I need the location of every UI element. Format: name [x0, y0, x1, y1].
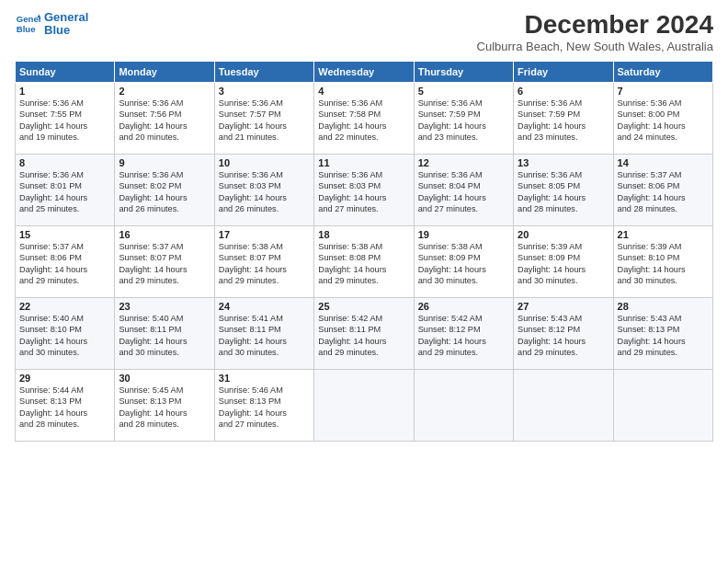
day-number: 23: [119, 301, 210, 312]
day-number: 30: [119, 373, 210, 384]
day-cell: 28Sunrise: 5:43 AM Sunset: 8:13 PM Dayli…: [613, 297, 712, 369]
main-title: December 2024: [477, 11, 713, 40]
day-info: Sunrise: 5:36 AM Sunset: 7:58 PM Dayligh…: [318, 98, 409, 144]
day-cell: 8Sunrise: 5:36 AM Sunset: 8:01 PM Daylig…: [16, 154, 115, 225]
day-cell: 30Sunrise: 5:45 AM Sunset: 8:13 PM Dayli…: [115, 369, 214, 441]
day-info: Sunrise: 5:42 AM Sunset: 8:12 PM Dayligh…: [418, 313, 509, 359]
day-info: Sunrise: 5:36 AM Sunset: 8:01 PM Dayligh…: [19, 169, 110, 215]
day-cell: 19Sunrise: 5:38 AM Sunset: 8:09 PM Dayli…: [414, 225, 513, 297]
day-cell: 23Sunrise: 5:40 AM Sunset: 8:11 PM Dayli…: [115, 297, 214, 369]
day-cell: 6Sunrise: 5:36 AM Sunset: 7:59 PM Daylig…: [514, 82, 613, 154]
day-cell: 29Sunrise: 5:44 AM Sunset: 8:13 PM Dayli…: [16, 369, 115, 441]
svg-text:Blue: Blue: [17, 24, 36, 34]
day-number: 15: [19, 229, 110, 240]
day-cell: 20Sunrise: 5:39 AM Sunset: 8:09 PM Dayli…: [514, 225, 613, 297]
week-row-4: 22Sunrise: 5:40 AM Sunset: 8:10 PM Dayli…: [16, 297, 713, 369]
day-number: 16: [119, 229, 210, 240]
day-number: 11: [318, 157, 409, 168]
day-number: 4: [318, 86, 409, 97]
day-info: Sunrise: 5:36 AM Sunset: 8:03 PM Dayligh…: [219, 169, 310, 215]
day-info: Sunrise: 5:36 AM Sunset: 8:03 PM Dayligh…: [318, 169, 409, 215]
day-number: 27: [518, 301, 609, 312]
day-cell: 9Sunrise: 5:36 AM Sunset: 8:02 PM Daylig…: [115, 154, 214, 225]
day-info: Sunrise: 5:43 AM Sunset: 8:12 PM Dayligh…: [518, 313, 609, 359]
logo-icon: General Blue: [15, 11, 40, 37]
day-info: Sunrise: 5:39 AM Sunset: 8:10 PM Dayligh…: [618, 241, 709, 287]
day-cell: [414, 369, 513, 441]
day-cell: 5Sunrise: 5:36 AM Sunset: 7:59 PM Daylig…: [414, 82, 513, 154]
day-cell: 27Sunrise: 5:43 AM Sunset: 8:12 PM Dayli…: [514, 297, 613, 369]
day-cell: 17Sunrise: 5:38 AM Sunset: 8:07 PM Dayli…: [214, 225, 313, 297]
day-number: 25: [318, 301, 409, 312]
day-cell: 3Sunrise: 5:36 AM Sunset: 7:57 PM Daylig…: [214, 82, 313, 154]
day-cell: 22Sunrise: 5:40 AM Sunset: 8:10 PM Dayli…: [16, 297, 115, 369]
day-cell: 12Sunrise: 5:36 AM Sunset: 8:04 PM Dayli…: [414, 154, 513, 225]
day-cell: 1Sunrise: 5:36 AM Sunset: 7:55 PM Daylig…: [16, 82, 115, 154]
day-number: 31: [219, 373, 310, 384]
title-block: December 2024 Culburra Beach, New South …: [477, 11, 713, 53]
week-row-5: 29Sunrise: 5:44 AM Sunset: 8:13 PM Dayli…: [16, 369, 713, 441]
col-header-wednesday: Wednesday: [314, 61, 414, 82]
calendar-header: SundayMondayTuesdayWednesdayThursdayFrid…: [16, 61, 713, 82]
day-info: Sunrise: 5:40 AM Sunset: 8:11 PM Dayligh…: [119, 313, 210, 359]
col-header-thursday: Thursday: [414, 61, 513, 82]
day-cell: 15Sunrise: 5:37 AM Sunset: 8:06 PM Dayli…: [16, 225, 115, 297]
week-row-1: 1Sunrise: 5:36 AM Sunset: 7:55 PM Daylig…: [16, 82, 713, 154]
day-info: Sunrise: 5:44 AM Sunset: 8:13 PM Dayligh…: [19, 385, 110, 431]
day-info: Sunrise: 5:36 AM Sunset: 7:56 PM Dayligh…: [119, 98, 210, 144]
day-cell: 24Sunrise: 5:41 AM Sunset: 8:11 PM Dayli…: [214, 297, 313, 369]
day-cell: 11Sunrise: 5:36 AM Sunset: 8:03 PM Dayli…: [314, 154, 414, 225]
day-info: Sunrise: 5:43 AM Sunset: 8:13 PM Dayligh…: [618, 313, 709, 359]
day-number: 6: [518, 86, 609, 97]
day-number: 12: [418, 157, 509, 168]
day-number: 1: [19, 86, 110, 97]
day-cell: 13Sunrise: 5:36 AM Sunset: 8:05 PM Dayli…: [514, 154, 613, 225]
logo-line2: Blue: [44, 24, 88, 37]
col-header-sunday: Sunday: [16, 61, 115, 82]
day-number: 3: [219, 86, 310, 97]
col-header-friday: Friday: [514, 61, 613, 82]
page: General Blue General Blue December 2024 …: [0, 0, 728, 563]
day-info: Sunrise: 5:37 AM Sunset: 8:07 PM Dayligh…: [119, 241, 210, 287]
col-header-monday: Monday: [115, 61, 214, 82]
day-number: 8: [19, 157, 110, 168]
day-number: 13: [518, 157, 609, 168]
day-info: Sunrise: 5:38 AM Sunset: 8:08 PM Dayligh…: [318, 241, 409, 287]
day-number: 10: [219, 157, 310, 168]
day-cell: 2Sunrise: 5:36 AM Sunset: 7:56 PM Daylig…: [115, 82, 214, 154]
week-row-3: 15Sunrise: 5:37 AM Sunset: 8:06 PM Dayli…: [16, 225, 713, 297]
header-row: SundayMondayTuesdayWednesdayThursdayFrid…: [16, 61, 713, 82]
day-number: 14: [618, 157, 709, 168]
subtitle: Culburra Beach, New South Wales, Austral…: [477, 40, 713, 53]
week-row-2: 8Sunrise: 5:36 AM Sunset: 8:01 PM Daylig…: [16, 154, 713, 225]
svg-text:General: General: [17, 15, 40, 25]
day-info: Sunrise: 5:36 AM Sunset: 7:59 PM Dayligh…: [518, 98, 609, 144]
calendar-body: 1Sunrise: 5:36 AM Sunset: 7:55 PM Daylig…: [16, 82, 713, 441]
day-number: 26: [418, 301, 509, 312]
day-number: 20: [518, 229, 609, 240]
day-info: Sunrise: 5:36 AM Sunset: 7:55 PM Dayligh…: [19, 98, 110, 144]
day-cell: 14Sunrise: 5:37 AM Sunset: 8:06 PM Dayli…: [613, 154, 712, 225]
day-cell: 7Sunrise: 5:36 AM Sunset: 8:00 PM Daylig…: [613, 82, 712, 154]
day-cell: 10Sunrise: 5:36 AM Sunset: 8:03 PM Dayli…: [214, 154, 313, 225]
day-info: Sunrise: 5:36 AM Sunset: 8:00 PM Dayligh…: [618, 98, 709, 144]
day-info: Sunrise: 5:41 AM Sunset: 8:11 PM Dayligh…: [219, 313, 310, 359]
day-info: Sunrise: 5:36 AM Sunset: 7:57 PM Dayligh…: [219, 98, 310, 144]
day-info: Sunrise: 5:37 AM Sunset: 8:06 PM Dayligh…: [19, 241, 110, 287]
day-cell: [613, 369, 712, 441]
day-cell: 18Sunrise: 5:38 AM Sunset: 8:08 PM Dayli…: [314, 225, 414, 297]
day-number: 22: [19, 301, 110, 312]
day-info: Sunrise: 5:42 AM Sunset: 8:11 PM Dayligh…: [318, 313, 409, 359]
calendar-table: SundayMondayTuesdayWednesdayThursdayFrid…: [15, 61, 713, 442]
col-header-tuesday: Tuesday: [214, 61, 313, 82]
day-cell: 31Sunrise: 5:46 AM Sunset: 8:13 PM Dayli…: [214, 369, 313, 441]
day-number: 28: [618, 301, 709, 312]
day-info: Sunrise: 5:46 AM Sunset: 8:13 PM Dayligh…: [219, 385, 310, 431]
day-info: Sunrise: 5:36 AM Sunset: 8:02 PM Dayligh…: [119, 169, 210, 215]
day-info: Sunrise: 5:39 AM Sunset: 8:09 PM Dayligh…: [518, 241, 609, 287]
day-number: 18: [318, 229, 409, 240]
day-number: 5: [418, 86, 509, 97]
day-info: Sunrise: 5:38 AM Sunset: 8:07 PM Dayligh…: [219, 241, 310, 287]
logo: General Blue General Blue: [15, 11, 88, 38]
day-number: 2: [119, 86, 210, 97]
